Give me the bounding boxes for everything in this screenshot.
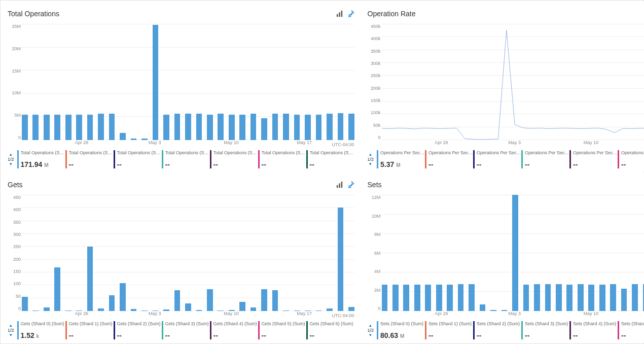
legend-pager[interactable]: ▴1/2▾ [8,150,14,168]
legend-item[interactable]: Operations Per Secon…-- [521,150,569,168]
bar[interactable] [87,115,93,140]
legend-item[interactable]: Total Operations (Sh…171.94 M [17,150,65,168]
bar[interactable] [54,115,60,140]
bar[interactable] [174,114,181,140]
bar[interactable] [22,297,28,311]
legend-item[interactable]: Operations Per Secon…5.37 M [377,150,425,168]
bar[interactable] [480,304,486,311]
bar[interactable] [545,284,551,311]
chevron-up-icon[interactable]: ▴ [369,323,372,328]
bar[interactable] [621,289,627,311]
bar[interactable] [338,208,344,311]
chevron-down-icon[interactable]: ▾ [369,333,372,337]
bar[interactable] [239,302,245,311]
bar[interactable] [218,114,224,140]
bar[interactable] [207,289,213,311]
bar[interactable] [251,114,257,140]
chevron-down-icon[interactable]: ▾ [10,333,12,337]
chevron-up-icon[interactable]: ▴ [10,323,12,328]
bar[interactable] [251,307,257,311]
bar[interactable] [436,285,442,311]
legend-item[interactable]: Gets (Shard 5) (Sum)-- [258,321,306,339]
bar[interactable] [348,307,354,311]
legend-pager[interactable]: ▴1/2▾ [8,321,14,339]
legend-item[interactable]: Sets (Shard 5) (Sum)-- [618,321,644,339]
bar[interactable] [87,247,93,311]
bar[interactable] [403,285,409,311]
bar[interactable] [229,115,235,140]
bar[interactable] [316,115,322,140]
bar[interactable] [261,118,267,140]
legend-item[interactable]: Gets (Shard 6) (Sum)-- [306,321,354,339]
bar[interactable] [610,284,616,311]
legend-item[interactable]: Operations Per Secon…-- [425,150,473,168]
metrics-icon[interactable] [336,10,343,17]
bar[interactable] [327,114,333,140]
legend-item[interactable]: Operations Per Secon…-- [618,150,644,168]
bar[interactable] [272,114,278,140]
bar[interactable] [414,285,420,311]
bar[interactable] [76,115,82,140]
legend-pager[interactable]: ▴1/2▾ [368,321,374,339]
bar[interactable] [348,114,354,140]
legend-item[interactable]: Total Operations (Sh…-- [162,150,210,168]
bar[interactable] [44,307,50,311]
bar[interactable] [599,285,605,311]
bar[interactable] [109,295,115,311]
legend-item[interactable]: Sets (Shard 2) (Sum)-- [473,321,521,339]
bar[interactable] [632,284,638,311]
bar[interactable] [534,284,540,311]
bar[interactable] [512,195,518,311]
bar[interactable] [294,115,300,140]
bar[interactable] [239,115,245,140]
bar[interactable] [469,284,475,311]
line-series[interactable] [382,30,644,140]
legend-item[interactable]: Total Operations (Sh…-- [65,150,114,168]
bar[interactable] [44,115,50,140]
bar[interactable] [338,113,344,140]
bar[interactable] [153,25,159,140]
bar[interactable] [163,115,169,140]
legend-item[interactable]: Gets (Shard 1) (Sum)-- [65,321,114,339]
bar[interactable] [382,285,388,311]
bar[interactable] [261,289,267,311]
legend-item[interactable]: Operations Per Secon…-- [569,150,618,168]
bar[interactable] [458,284,464,311]
legend-item[interactable]: Total Operations (Sh…-- [114,150,162,168]
bar[interactable] [196,114,202,140]
bar[interactable] [54,267,60,312]
bar[interactable] [32,115,39,140]
bar[interactable] [556,284,562,311]
legend-item[interactable]: Operations Per Secon…-- [473,150,521,168]
bar[interactable] [588,285,594,311]
legend-item[interactable]: Gets (Shard 2) (Sum)-- [114,321,162,339]
chevron-up-icon[interactable]: ▴ [369,152,372,157]
legend-item[interactable]: Gets (Shard 3) (Sum)-- [162,321,210,339]
legend-item[interactable]: Total Operations (Sh…-- [258,150,306,168]
bar[interactable] [523,285,529,311]
legend-item[interactable]: Sets (Shard 0) (Sum)80.63 M [377,321,425,339]
bar[interactable] [425,285,431,311]
chevron-down-icon[interactable]: ▾ [10,162,12,166]
legend-item[interactable]: Gets (Shard 0) (Sum)1.52 k [17,321,65,339]
legend-item[interactable]: Total Operations (Sh…-- [306,150,354,168]
chevron-up-icon[interactable]: ▴ [10,152,12,157]
bar[interactable] [120,283,126,311]
pin-icon[interactable] [347,10,354,17]
legend-item[interactable]: Total Operations (Sh…-- [210,150,258,168]
bar[interactable] [98,114,104,140]
legend-item[interactable]: Sets (Shard 3) (Sum)-- [521,321,569,339]
bar[interactable] [185,303,191,311]
legend-item[interactable]: Gets (Shard 4) (Sum)-- [210,321,258,339]
legend-pager[interactable]: ▴1/2▾ [368,150,374,168]
bar[interactable] [578,284,584,311]
pin-icon[interactable] [347,181,354,188]
bar[interactable] [305,115,311,140]
chevron-down-icon[interactable]: ▾ [369,162,372,166]
bar[interactable] [120,133,126,140]
bar[interactable] [65,115,71,140]
bar[interactable] [109,114,115,140]
metrics-icon[interactable] [336,181,343,188]
bar[interactable] [174,290,181,311]
bar[interactable] [447,285,453,311]
